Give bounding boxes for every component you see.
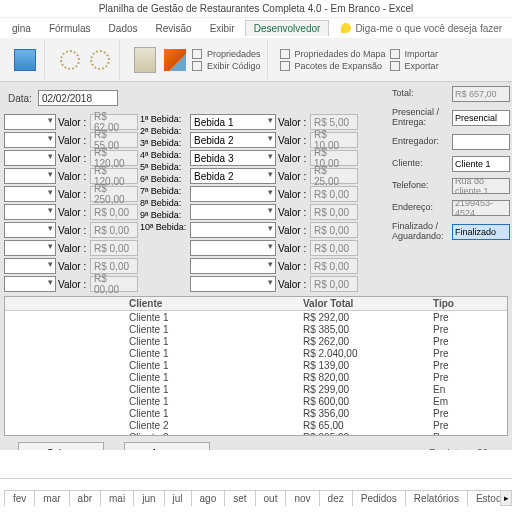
valor-left-6: R$ 0,00: [90, 204, 138, 220]
bebida-label-5: 5ª Bebida:: [140, 162, 188, 172]
item-combo-7[interactable]: [4, 222, 56, 238]
design-mode-icon[interactable]: [162, 47, 188, 73]
table-row[interactable]: Cliente 2R$ 995,00Pre: [5, 431, 507, 436]
details-panel: Total:R$ 657,00 Presencial / Entrega:Pre…: [392, 86, 510, 248]
valor-label: Valor :: [58, 186, 88, 202]
sheet-tab-jul[interactable]: jul: [164, 490, 192, 506]
ribbon-tab-exibir[interactable]: Exibir: [202, 21, 243, 36]
total-field: R$ 657,00: [452, 86, 510, 102]
item-combo-6[interactable]: [4, 204, 56, 220]
export-icon: [390, 61, 400, 71]
bebida-combo-6[interactable]: [190, 204, 276, 220]
endereco-field: 2199453-4524: [452, 200, 510, 216]
delete-button[interactable]: Apagar: [124, 442, 210, 450]
bebida-combo-8[interactable]: [190, 240, 276, 256]
sheet-tab-fev[interactable]: fev: [4, 490, 35, 506]
view-code-button[interactable]: Exibir Código: [192, 61, 261, 71]
valor-label: Valor :: [278, 222, 308, 238]
bebida-combo-7[interactable]: [190, 222, 276, 238]
cliente-field[interactable]: Cliente 1: [452, 156, 510, 172]
valor-right-9: R$ 0,00: [310, 258, 358, 274]
sheet-tab-abr[interactable]: abr: [69, 490, 101, 506]
macros-icon[interactable]: [57, 47, 83, 73]
item-combo-9[interactable]: [4, 258, 56, 274]
item-combo-2[interactable]: [4, 132, 56, 148]
item-combo-10[interactable]: [4, 276, 56, 292]
sheet-tab-mar[interactable]: mar: [34, 490, 69, 506]
valor-label: Valor :: [58, 204, 88, 220]
expansion-packs-button[interactable]: Pacotes de Expansão: [280, 61, 386, 71]
entregador-field[interactable]: [452, 134, 510, 150]
map-properties-button[interactable]: Propriedades do Mapa: [280, 49, 386, 59]
table-row[interactable]: Cliente 1R$ 600,00Em: [5, 395, 507, 407]
table-row[interactable]: Cliente 1R$ 262,00Pre: [5, 335, 507, 347]
table-row[interactable]: Cliente 1R$ 2.040,00Pre: [5, 347, 507, 359]
bebida-label-3: 3ª Bebida:: [140, 138, 188, 148]
tell-me-search[interactable]: Diga-me o que você deseja fazer: [331, 23, 502, 34]
item-combo-3[interactable]: [4, 150, 56, 166]
valor-label: Valor :: [278, 168, 308, 184]
sheet-tab-nov[interactable]: nov: [285, 490, 319, 506]
item-combo-8[interactable]: [4, 240, 56, 256]
ribbon-tab-formulas[interactable]: Fórmulas: [41, 21, 99, 36]
save-button[interactable]: Salvar: [18, 442, 104, 450]
valor-right-5: R$ 0,00: [310, 186, 358, 202]
sheet-tab-ago[interactable]: ago: [191, 490, 226, 506]
valor-label: Valor :: [58, 132, 88, 148]
bebida-combo-10[interactable]: [190, 276, 276, 292]
lightbulb-icon: [341, 23, 351, 33]
valor-right-6: R$ 0,00: [310, 204, 358, 220]
export-button[interactable]: Exportar: [390, 61, 439, 71]
bebida-label-9: 9ª Bebida:: [140, 210, 188, 220]
bebida-label-10: 10ª Bebida:: [140, 222, 188, 232]
sheet-tab-jun[interactable]: jun: [133, 490, 164, 506]
valor-label: Valor :: [278, 258, 308, 274]
bebida-combo-2[interactable]: Bebida 2: [190, 132, 276, 148]
table-row[interactable]: Cliente 2R$ 65,00Pre: [5, 419, 507, 431]
table-row[interactable]: Cliente 1R$ 820,00Pre: [5, 371, 507, 383]
item-combo-1[interactable]: [4, 114, 56, 130]
item-combo-5[interactable]: [4, 186, 56, 202]
addins-icon[interactable]: [87, 47, 113, 73]
table-row[interactable]: Cliente 1R$ 385,00Pre: [5, 323, 507, 335]
bebida-combo-4[interactable]: Bebida 2: [190, 168, 276, 184]
table-row[interactable]: Cliente 1R$ 139,00Pre: [5, 359, 507, 371]
orders-table[interactable]: Cliente Valor Total Tipo Cliente 1R$ 292…: [4, 296, 508, 436]
insert-controls-icon[interactable]: [132, 47, 158, 73]
valor-right-8: R$ 0,00: [310, 240, 358, 256]
sheet-tab-out[interactable]: out: [255, 490, 287, 506]
date-field[interactable]: 02/02/2018: [38, 90, 118, 106]
bebida-combo-5[interactable]: [190, 186, 276, 202]
scroll-tabs-right[interactable]: ▸: [500, 490, 512, 506]
table-row[interactable]: Cliente 1R$ 299,00En: [5, 383, 507, 395]
sheet-tab-dez[interactable]: dez: [319, 490, 353, 506]
finalizado-label: Finalizado / Aguardando:: [392, 222, 448, 242]
valor-left-2: R$ 55,00: [90, 132, 138, 148]
valor-left-9: R$ 0,00: [90, 258, 138, 274]
valor-left-8: R$ 0,00: [90, 240, 138, 256]
properties-button[interactable]: Propriedades: [192, 49, 261, 59]
bebida-combo-1[interactable]: Bebida 1: [190, 114, 276, 130]
ribbon-tab-pagina[interactable]: gina: [4, 21, 39, 36]
valor-label: Valor :: [278, 240, 308, 256]
sheet-tab-pedidos[interactable]: Pedidos: [352, 490, 406, 506]
sheet-tab-mai[interactable]: mai: [100, 490, 134, 506]
visual-basic-icon[interactable]: [12, 47, 38, 73]
form-button-bar: Salvar Apagar Registros: 28: [4, 442, 508, 450]
telefone-field: Rua do cliente 1: [452, 178, 510, 194]
sheet-tab-relatórios[interactable]: Relatórios: [405, 490, 468, 506]
ribbon-tab-desenvolvedor[interactable]: Desenvolvedor: [245, 20, 330, 36]
finalizado-field[interactable]: Finalizado: [452, 224, 510, 240]
table-row[interactable]: Cliente 1R$ 292,00Pre: [5, 311, 507, 323]
presencial-label: Presencial / Entrega:: [392, 108, 448, 128]
bebida-combo-3[interactable]: Bebida 3: [190, 150, 276, 166]
ribbon-tab-dados[interactable]: Dados: [101, 21, 146, 36]
ribbon-tab-revisao[interactable]: Revisão: [148, 21, 200, 36]
bebida-combo-9[interactable]: [190, 258, 276, 274]
presencial-field[interactable]: Presencial: [452, 110, 510, 126]
record-count: Registros: 28: [429, 448, 488, 451]
sheet-tab-set[interactable]: set: [224, 490, 255, 506]
item-combo-4[interactable]: [4, 168, 56, 184]
import-button[interactable]: Importar: [390, 49, 439, 59]
table-row[interactable]: Cliente 1R$ 356,00Pre: [5, 407, 507, 419]
